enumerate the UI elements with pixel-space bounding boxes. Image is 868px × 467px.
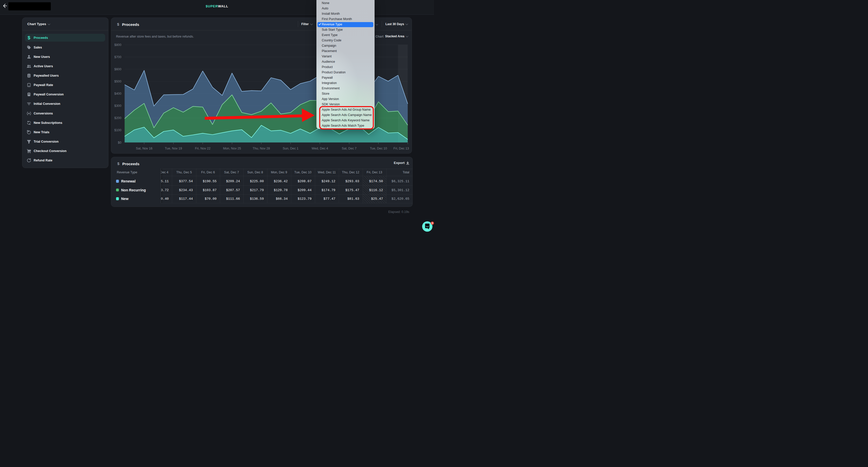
svg-text:$400: $400 [114, 92, 121, 95]
svg-text:$100: $100 [114, 128, 121, 132]
svg-text:Thu, Nov 28: Thu, Nov 28 [252, 147, 270, 150]
svg-text:Wed, Dec 4: Wed, Dec 4 [311, 147, 328, 150]
svg-text:Tue, Dec 10: Tue, Dec 10 [370, 147, 387, 150]
svg-text:Tue, Nov 19: Tue, Nov 19 [165, 147, 182, 150]
svg-text:$700: $700 [114, 55, 121, 59]
svg-text:$800: $800 [114, 43, 121, 47]
svg-text:$0: $0 [118, 141, 121, 144]
svg-text:Sat, Nov 16: Sat, Nov 16 [135, 147, 152, 150]
svg-text:$200: $200 [114, 116, 121, 120]
svg-text:$300: $300 [114, 104, 121, 108]
svg-text:$500: $500 [114, 80, 121, 83]
svg-text:Mon, Nov 25: Mon, Nov 25 [223, 147, 241, 150]
svg-text:$: $ [28, 36, 30, 40]
svg-text:3: 3 [432, 222, 433, 224]
svg-text:Fri, Dec 13: Fri, Dec 13 [393, 147, 409, 150]
svg-text:Fri, Nov 22: Fri, Nov 22 [195, 147, 210, 150]
svg-text:Sun, Dec 1: Sun, Dec 1 [283, 147, 299, 150]
svg-text:Sat, Dec 7: Sat, Dec 7 [342, 147, 356, 150]
svg-text:$600: $600 [114, 68, 121, 71]
